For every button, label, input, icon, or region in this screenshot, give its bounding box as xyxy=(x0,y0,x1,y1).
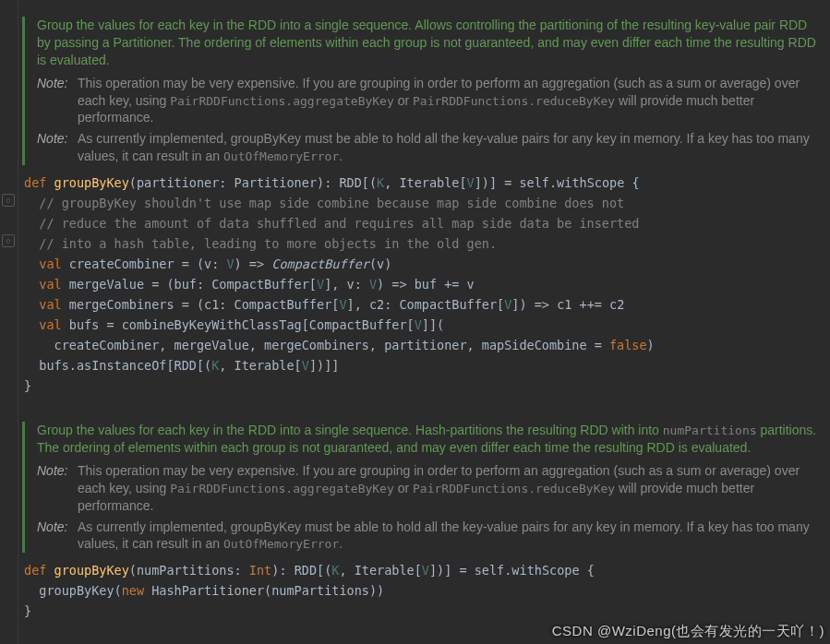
code-text: bufs.asInstanceOf[RDD[( xyxy=(24,358,211,373)
code-text: ): RDD[( xyxy=(271,563,331,578)
doc-note: Note: This operation may be very expensi… xyxy=(37,462,821,515)
note-text: . xyxy=(339,536,343,551)
code-text: , Iterable[ xyxy=(219,358,301,373)
code-text: ) xyxy=(647,338,655,352)
function-name: groupByKey xyxy=(54,175,129,190)
code-text: } xyxy=(24,378,31,393)
keyword: val xyxy=(39,317,61,332)
code-text: createCombiner, mergeValue, mergeCombine… xyxy=(24,338,609,352)
literal: false xyxy=(609,338,647,352)
inline-code: OutOfMemoryError xyxy=(223,537,339,551)
gutter-marker-icon[interactable]: ○ xyxy=(2,234,15,247)
note-text: or xyxy=(394,93,413,108)
note-label: Note: xyxy=(37,130,76,148)
editor-content: Group the values for each key in the RDD… xyxy=(22,0,830,644)
keyword: val xyxy=(39,297,61,312)
note-text: . xyxy=(339,149,343,163)
type-param: V xyxy=(369,277,377,292)
code-block[interactable]: def groupByKey(partitioner: Partitioner)… xyxy=(24,173,821,396)
inline-code: PairRDDFunctions.aggregateByKey xyxy=(170,94,394,108)
note-body: As currently implemented, groupByKey mus… xyxy=(78,519,821,554)
comment: // reduce the amount of data shuffled an… xyxy=(24,216,639,231)
type: Int xyxy=(249,563,271,578)
type-param: V xyxy=(422,563,429,578)
code-text: , Iterable[ xyxy=(384,175,466,190)
function-name: groupByKey xyxy=(54,563,129,578)
code-text: ) => xyxy=(235,256,272,271)
watermark: CSDN @WziDeng(也会有发光的一天吖！) xyxy=(552,623,824,640)
doc-note: Note: As currently implemented, groupByK… xyxy=(37,519,821,554)
keyword: val xyxy=(39,256,61,271)
type-param: V xyxy=(415,317,422,332)
code-text: mergeValue = (buf: CompactBuffer[ xyxy=(62,277,317,292)
doc-note: Note: As currently implemented, groupByK… xyxy=(37,130,821,165)
keyword: def xyxy=(24,563,46,578)
type-param: V xyxy=(467,175,475,190)
type-param: V xyxy=(226,256,234,271)
code-text: ]]( xyxy=(422,317,444,332)
note-body: As currently implemented, groupByKey mus… xyxy=(78,130,821,165)
doc-text: Group the values for each key in the RDD… xyxy=(37,423,663,437)
code-text: (v) xyxy=(369,256,391,271)
note-label: Note: xyxy=(37,462,76,480)
comment: // into a hash table, leading to more ob… xyxy=(24,236,497,251)
code-text: RDD[( xyxy=(339,175,377,190)
code-text: CompactBuffer xyxy=(271,256,369,271)
inline-code: numPartitions xyxy=(663,423,757,437)
code-text: ) => buf += v xyxy=(377,277,475,292)
code-block[interactable]: def groupByKey(numPartitions: Int): RDD[… xyxy=(24,560,821,621)
inline-code: PairRDDFunctions.aggregateByKey xyxy=(170,482,394,495)
gutter-marker-icon[interactable]: ○ xyxy=(2,194,15,207)
code-text: ], v: xyxy=(324,277,369,292)
doc-note: Note: This operation may be very expensi… xyxy=(37,75,821,127)
code-text: (partitioner: Partitioner): xyxy=(129,175,340,190)
code-text: groupByKey( xyxy=(24,583,122,598)
doc-block: Group the values for each key in the RDD… xyxy=(22,422,821,553)
note-body: This operation may be very expensive. If… xyxy=(78,462,821,515)
inline-code: OutOfMemoryError xyxy=(223,149,339,163)
code-text: ])]] xyxy=(309,358,340,373)
note-body: This operation may be very expensive. If… xyxy=(78,75,821,127)
type-param: K xyxy=(377,175,384,190)
code-text: ])] = self.withScope { xyxy=(429,563,595,578)
type-param: V xyxy=(317,277,324,292)
note-text: As currently implemented, groupByKey mus… xyxy=(78,131,810,163)
code-text: mergeCombiners = (c1: CompactBuffer[ xyxy=(62,297,340,312)
keyword: def xyxy=(24,175,46,190)
doc-block: Group the values for each key in the RDD… xyxy=(22,17,821,165)
code-text: HashPartitioner(numPartitions)) xyxy=(144,583,384,598)
code-text: bufs = combineByKeyWithClassTag[CompactB… xyxy=(62,317,415,332)
keyword: new xyxy=(122,583,144,598)
note-text: or xyxy=(394,481,413,495)
code-text: ])] = self.withScope { xyxy=(475,175,640,190)
inline-code: PairRDDFunctions.reduceByKey xyxy=(413,482,615,495)
code-text: } xyxy=(24,603,31,618)
code-text: (numPartitions: xyxy=(129,563,249,578)
doc-summary: Group the values for each key in the RDD… xyxy=(37,17,821,69)
code-text: ], c2: CompactBuffer[ xyxy=(347,297,505,312)
note-label: Note: xyxy=(37,519,76,536)
type-param: V xyxy=(339,297,346,312)
keyword: val xyxy=(39,277,61,292)
code-text: ]) => c1 ++= c2 xyxy=(511,297,624,312)
code-text: createCombiner = (v: xyxy=(62,256,227,271)
editor-gutter: ○ ○ xyxy=(0,0,18,644)
type-param: V xyxy=(302,358,309,373)
code-text: , Iterable[ xyxy=(339,563,421,578)
inline-code: PairRDDFunctions.reduceByKey xyxy=(413,94,615,108)
comment: // groupByKey shouldn't use map side com… xyxy=(24,196,624,210)
note-label: Note: xyxy=(37,75,76,92)
doc-summary: Group the values for each key in the RDD… xyxy=(37,422,821,457)
note-text: As currently implemented, groupByKey mus… xyxy=(78,519,810,552)
